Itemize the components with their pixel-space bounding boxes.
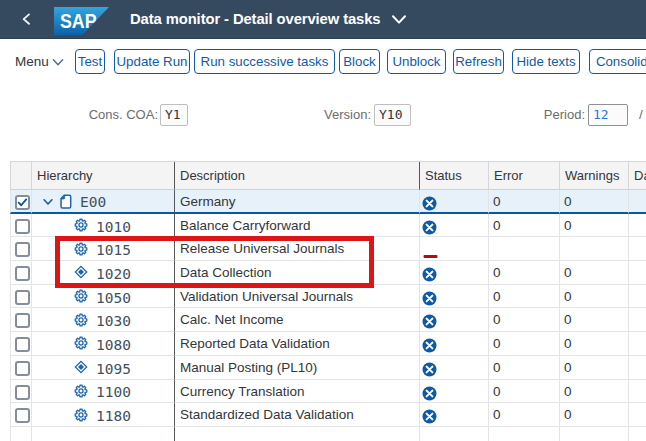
- select-cell: [10, 427, 32, 441]
- svg-text:SAP: SAP: [60, 9, 97, 32]
- error-cell: 0: [489, 261, 560, 285]
- table-row[interactable]: E00 Germany 0 0: [10, 190, 646, 214]
- row-checkbox[interactable]: [15, 361, 30, 376]
- menu-button[interactable]: Menu: [15, 50, 64, 74]
- back-icon[interactable]: [21, 13, 32, 27]
- hierarchy-id: 1020: [96, 262, 131, 284]
- tasks-table: Hierarchy Description Status Error Warni…: [10, 161, 646, 441]
- toolbar: Menu Test Update Run Run successive task…: [0, 40, 646, 88]
- hierarchy-id: 1030: [96, 310, 131, 332]
- description-cell: Validation Universal Journals: [175, 285, 420, 309]
- table-row[interactable]: 1015 Release Universal Journals: [10, 237, 646, 261]
- warnings-cell: 0: [560, 308, 629, 332]
- expand-chevron-icon[interactable]: [43, 198, 53, 206]
- hierarchy-id: 1095: [96, 357, 131, 379]
- cons-coa-label: Cons. COA:: [0, 104, 158, 126]
- period-suffix: /: [639, 104, 643, 126]
- hierarchy-cell: 1015: [32, 237, 175, 261]
- warnings-cell: 0: [560, 214, 629, 238]
- warnings-cell: 0: [560, 261, 629, 285]
- status-error-icon: [422, 314, 437, 329]
- select-cell: [10, 237, 32, 261]
- sap-logo: SAP: [54, 7, 109, 35]
- unblock-button[interactable]: Unblock: [387, 49, 446, 74]
- warnings-cell: [560, 427, 629, 441]
- hierarchy-id: 1180: [96, 405, 131, 427]
- hierarchy-cell: 1080: [32, 332, 175, 356]
- status-column-header[interactable]: Status: [420, 162, 489, 190]
- row-checkbox[interactable]: [15, 266, 30, 281]
- error-cell: 0: [489, 356, 560, 380]
- extra-cell: [629, 380, 646, 404]
- table-row[interactable]: 1030 Calc. Net Income 0 0: [10, 308, 646, 332]
- select-cell: [10, 285, 32, 309]
- gear-icon: [74, 313, 88, 327]
- test-button[interactable]: Test: [75, 49, 105, 74]
- description-column-header[interactable]: Description: [175, 162, 420, 190]
- status-error-icon: [422, 220, 437, 235]
- select-column-header[interactable]: [10, 162, 32, 190]
- block-button[interactable]: Block: [339, 49, 380, 74]
- row-checkbox[interactable]: [15, 337, 30, 352]
- extra-cell: [629, 285, 646, 309]
- run-successive-tasks-button[interactable]: Run successive tasks: [194, 49, 335, 74]
- select-cell: [10, 356, 32, 380]
- table-row[interactable]: 1050 Validation Universal Journals 0 0: [10, 285, 646, 309]
- table-row[interactable]: 1095 Manual Posting (PL10) 0 0: [10, 356, 646, 380]
- status-cell: [420, 285, 489, 309]
- last-column-header[interactable]: Da: [629, 162, 646, 190]
- consolidate-button[interactable]: Consolidate: [589, 49, 646, 74]
- table-row[interactable]: 1100 Currency Translation 0 0: [10, 380, 646, 404]
- warnings-cell: [560, 237, 629, 261]
- cons-coa-field[interactable]: Y1: [160, 104, 188, 126]
- warnings-cell: 0: [560, 380, 629, 404]
- gear-icon: [74, 384, 88, 398]
- table-row[interactable]: 1080 Reported Data Validation 0 0: [10, 332, 646, 356]
- row-checkbox[interactable]: [15, 385, 30, 400]
- hierarchy-column-header[interactable]: Hierarchy: [32, 162, 175, 190]
- period-field[interactable]: 12: [588, 104, 628, 126]
- row-checkbox[interactable]: [15, 408, 30, 423]
- description-cell: [175, 427, 420, 441]
- version-field[interactable]: Y10: [374, 104, 411, 126]
- table-row[interactable]: 1180 Standardized Data Validation 0 0: [10, 403, 646, 427]
- table-row[interactable]: 1010 Balance Carryforward 0 0: [10, 214, 646, 238]
- hierarchy-cell: E00: [32, 190, 175, 214]
- row-checkbox[interactable]: [15, 313, 30, 328]
- refresh-button[interactable]: Refresh: [453, 49, 504, 74]
- gear-icon: [74, 408, 88, 422]
- table-body: E00 Germany 0 0 1010 Balance Carryforwar…: [10, 190, 646, 441]
- status-error-icon: [422, 267, 437, 282]
- hierarchy-cell: 1095: [32, 356, 175, 380]
- extra-cell: [629, 214, 646, 238]
- hide-texts-button[interactable]: Hide texts: [512, 49, 580, 74]
- description-cell: Balance Carryforward: [175, 214, 420, 238]
- gear-icon: [74, 289, 88, 303]
- hierarchy-cell: 1010: [32, 214, 175, 238]
- gear-icon: [74, 242, 88, 256]
- warnings-cell: 0: [560, 285, 629, 309]
- hierarchy-id: E00: [80, 191, 106, 214]
- table-row[interactable]: 1020 Data Collection 0 0: [10, 261, 646, 285]
- row-checkbox[interactable]: [15, 290, 30, 305]
- status-cell: [420, 427, 489, 441]
- description-cell: Reported Data Validation: [175, 332, 420, 356]
- hierarchy-cell: 1020: [32, 261, 175, 285]
- extra-cell: [629, 261, 646, 285]
- description-cell: Standardized Data Validation: [175, 403, 420, 427]
- description-cell: Currency Translation: [175, 380, 420, 404]
- page-title[interactable]: Data monitor - Detail overview tasks: [130, 0, 381, 39]
- row-checkbox[interactable]: [15, 242, 30, 257]
- error-column-header[interactable]: Error: [489, 162, 560, 190]
- row-checkbox[interactable]: [15, 219, 30, 234]
- update-run-button[interactable]: Update Run: [114, 49, 190, 74]
- warnings-column-header[interactable]: Warnings: [560, 162, 629, 190]
- status-error-icon: [422, 196, 437, 211]
- filter-bar: Cons. COA: Y1 Version: Y10 Period: 12 /: [0, 88, 646, 138]
- select-cell: [10, 261, 32, 285]
- error-cell: 0: [489, 285, 560, 309]
- row-checkbox[interactable]: [15, 195, 30, 210]
- title-chevron-down-icon[interactable]: [391, 14, 407, 25]
- warnings-cell: 0: [560, 190, 629, 214]
- warnings-cell: 0: [560, 356, 629, 380]
